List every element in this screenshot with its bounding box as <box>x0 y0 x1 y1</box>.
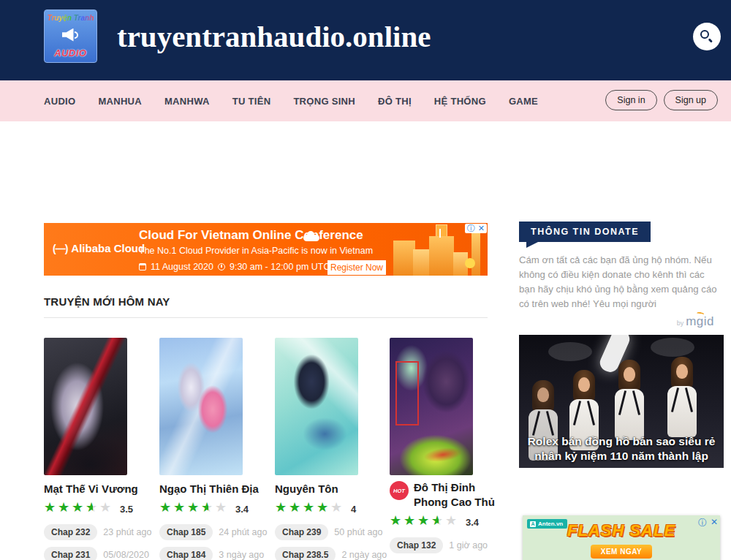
comic-cover[interactable] <box>390 338 473 475</box>
chapter-time: 1 giờ ago <box>449 540 488 550</box>
ad-art-figure <box>610 360 649 440</box>
adchoices-info-icon[interactable]: ⓘ <box>698 517 707 529</box>
mgid-attribution[interactable]: bymgid <box>519 314 714 329</box>
site-title[interactable]: truyentranhaudio.online <box>117 19 431 54</box>
chapter-chip[interactable]: Chap 231 <box>44 547 97 560</box>
search-button[interactable] <box>693 23 721 50</box>
logo-text-audio: AUDIO <box>54 48 86 58</box>
clock-icon <box>218 263 225 270</box>
page: Truyện Tranh AUDIO truyentranhaudio.onli… <box>0 0 731 560</box>
comic-title[interactable]: Ngạo Thị Thiên Địa <box>159 482 275 496</box>
chapter-chip[interactable]: Chap 239 <box>275 524 328 540</box>
ad-art-building <box>429 236 454 276</box>
chapter-time: 24 phút ago <box>219 527 267 537</box>
chapter-chip[interactable]: Chap 132 <box>390 537 443 553</box>
comic-title[interactable]: Đô Thị Đỉnh Phong Cao Thủ <box>414 480 505 510</box>
ad-subtitle: The No.1 Cloud Provider in Asia-Pacific … <box>139 246 373 256</box>
adchoices-info-icon[interactable]: ⓘ <box>467 224 475 233</box>
star-rating: ★★★★★★★★★★ <box>159 500 229 518</box>
header: Truyện Tranh AUDIO truyentranhaudio.onli… <box>0 0 731 80</box>
site-logo[interactable]: Truyện Tranh AUDIO <box>44 10 97 63</box>
comic-title[interactable]: Mạt Thế Vi Vương <box>44 482 159 496</box>
comic-card: Ngạo Thị Thiên Địa ★★★★★★★★★★ 3.4 Chap 1… <box>159 338 275 560</box>
section-title: TRUYỆN MỚI HÔM NAY <box>44 295 170 308</box>
rating-value: 3.5 <box>120 504 133 515</box>
ad-close-icon[interactable]: ✕ <box>478 224 485 233</box>
speaker-icon <box>62 29 80 42</box>
nav-item-tu-tien[interactable]: TU TIÊN <box>232 96 271 107</box>
advertiser-badge: AAnten.vn <box>527 519 567 529</box>
logo-text-top: Truyện Tranh <box>48 14 94 22</box>
flash-sale-ad[interactable]: AAnten.vn ⓘ ✕ FLASH SALE XEM NGAY <box>523 515 720 560</box>
comic-cover[interactable] <box>159 338 243 475</box>
chapter-time: 3 ngày ago <box>219 550 264 560</box>
register-now-button[interactable]: Register Now <box>327 260 386 275</box>
comic-cover[interactable] <box>44 338 127 475</box>
chapter-time: 23 phút ago <box>103 527 151 537</box>
ad-art-building <box>393 241 415 276</box>
star-rating: ★★★★★★★★★★ <box>275 500 344 518</box>
chapter-time: 50 phút ago <box>334 527 382 537</box>
rating-row: ★★★★★★★★★★ 4 <box>275 500 390 518</box>
rating-row: ★★★★★★★★★★ 3.4 <box>390 513 505 531</box>
section-divider <box>44 317 488 318</box>
sidebar-photo-ad[interactable]: Rolex bán đồng hồ bản sao siêu rẻ nhân k… <box>519 335 724 468</box>
nav-item-manhua[interactable]: MANHUA <box>98 96 142 107</box>
star-rating: ★★★★★★★★★★ <box>44 500 113 518</box>
top-ad-banner[interactable]: (—)Alibaba Cloud Cloud For Vietnam Onlin… <box>44 223 488 276</box>
comic-title[interactable]: Nguyên Tôn <box>275 482 390 496</box>
ad-title: Cloud For Vietnam Online Conference <box>139 228 363 243</box>
ad-date: 11 August 2020 <box>151 262 213 272</box>
donate-text: Cám ơn tất cả các bạn đã ủng hộ nhóm. Nế… <box>519 253 721 311</box>
rating-value: 3.4 <box>235 504 249 515</box>
chapter-chip[interactable]: Chap 184 <box>159 547 213 560</box>
rating-row: ★★★★★★★★★★ 3.5 <box>44 500 159 518</box>
sign-in-button[interactable]: Sign in <box>605 90 656 110</box>
chapter-time: 2 ngày ago <box>341 550 387 560</box>
adchoices-controls[interactable]: ⓘ ✕ <box>698 517 718 529</box>
main-nav: AUDIO MANHUA MANHWA TU TIÊN TRỌNG SINH Đ… <box>0 80 731 121</box>
search-icon <box>700 30 709 39</box>
chapter-chip[interactable]: Chap 238.5 <box>275 547 336 560</box>
ad-schedule: 11 August 2020 9:30 am - 12:00 pm UTC+07… <box>139 262 358 272</box>
calendar-icon <box>139 263 146 270</box>
ad-art-building <box>413 249 429 276</box>
nav-item-manhwa[interactable]: MANHWA <box>164 96 210 107</box>
ad-close-icon[interactable]: ✕ <box>711 517 718 529</box>
chapter-chip[interactable]: Chap 232 <box>44 524 97 540</box>
comic-card: Nguyên Tôn ★★★★★★★★★★ 4 Chap 239 50 phút… <box>275 338 390 560</box>
rating-row: ★★★★★★★★★★ 3.4 <box>159 500 275 518</box>
chapter-chip[interactable]: Chap 185 <box>159 524 213 540</box>
rating-value: 3.4 <box>466 517 479 528</box>
nav-item-do-thi[interactable]: ĐÔ THỊ <box>378 96 412 107</box>
cloud-icon <box>303 235 319 241</box>
rating-value: 4 <box>351 504 356 515</box>
nav-item-trong-sinh[interactable]: TRỌNG SINH <box>293 96 355 107</box>
hot-badge: HOT <box>390 481 409 500</box>
sign-up-button[interactable]: Sign up <box>664 90 718 110</box>
photo-ad-caption: Rolex bán đồng hồ bản sao siêu rẻ nhân k… <box>519 434 724 463</box>
chapter-time: 05/08/2020 <box>103 550 149 560</box>
ad-art-flag <box>439 229 441 238</box>
mgid-logo: mgid <box>686 314 714 328</box>
ad-art-figure <box>662 357 702 437</box>
donate-ribbon: THÔNG TIN DONATE <box>519 222 651 242</box>
nav-item-audio[interactable]: AUDIO <box>44 96 75 107</box>
adchoices-controls[interactable]: ⓘ ✕ <box>465 224 487 233</box>
nav-item-game[interactable]: GAME <box>509 96 538 107</box>
xem-ngay-button[interactable]: XEM NGAY <box>591 545 652 559</box>
comic-cover[interactable] <box>275 338 358 475</box>
nav-item-he-thong[interactable]: HỆ THỐNG <box>434 96 486 107</box>
ad-art-tree <box>465 258 475 268</box>
alibaba-cloud-logo: (—)Alibaba Cloud <box>53 242 145 254</box>
comic-card: HOT Đô Thị Đỉnh Phong Cao Thủ ★★★★★★★★★★… <box>390 338 505 560</box>
comic-card: Mạt Thế Vi Vương ★★★★★★★★★★ 3.5 Chap 232… <box>44 338 159 560</box>
star-rating: ★★★★★★★★★★ <box>390 513 459 531</box>
ad-art-building <box>471 230 480 276</box>
